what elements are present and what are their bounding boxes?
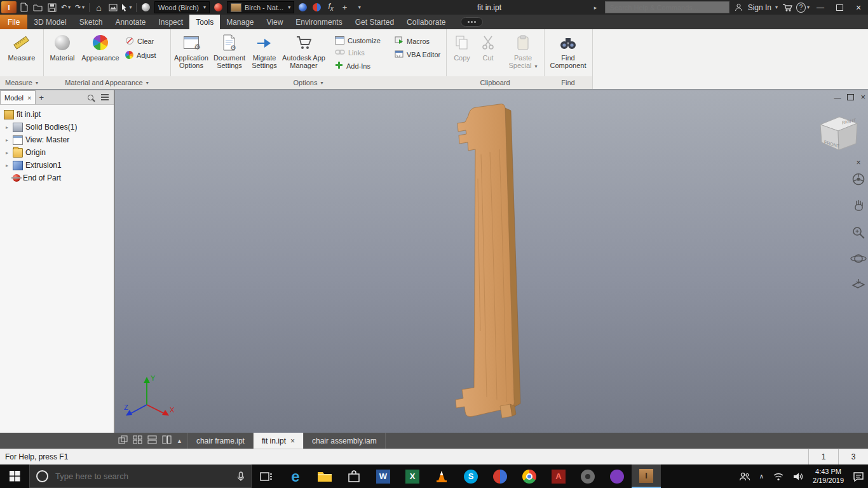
3d-viewport[interactable]: — × FRONT RIGHT xyxy=(115,90,868,433)
select-cursor-icon[interactable]: ▾ xyxy=(120,1,133,13)
microphone-icon[interactable] xyxy=(237,471,245,482)
tab-annotate[interactable]: Annotate xyxy=(109,15,152,29)
camera-app-icon[interactable] xyxy=(573,464,602,488)
adjust-button[interactable]: Adjust xyxy=(125,51,156,59)
panel-label-options[interactable]: Options▾ xyxy=(170,76,446,89)
search-expand-icon[interactable]: ▸ xyxy=(589,1,602,13)
doc-restore-icon[interactable] xyxy=(847,94,854,100)
zoom-icon[interactable] xyxy=(851,225,866,243)
cut-button[interactable]: Cut xyxy=(476,31,500,62)
chrome-icon[interactable] xyxy=(515,464,544,488)
file-explorer-icon[interactable] xyxy=(310,464,339,488)
tab-environments[interactable]: Environments xyxy=(289,15,348,29)
store-icon[interactable] xyxy=(339,464,369,488)
sign-in-button[interactable]: Sign In xyxy=(748,3,771,12)
expand-chevron-icon[interactable]: ▸ xyxy=(4,150,10,156)
expand-chevron-icon[interactable]: ▸ xyxy=(4,125,10,130)
tab-tools[interactable]: Tools xyxy=(189,15,220,29)
action-center-icon[interactable] xyxy=(853,471,864,482)
taskbar-clock[interactable]: 4:43 PM 2/19/2019 xyxy=(813,468,844,485)
customize-button[interactable]: Customize xyxy=(335,36,381,44)
network-wifi-icon[interactable] xyxy=(773,472,784,481)
tab-sketch[interactable]: Sketch xyxy=(73,15,109,29)
steering-wheel-icon[interactable] xyxy=(851,172,866,189)
tab-get-started[interactable]: Get Started xyxy=(349,15,400,29)
task-view-button[interactable] xyxy=(252,464,281,488)
tab-manage[interactable]: Manage xyxy=(220,15,260,29)
cascade-windows-icon[interactable] xyxy=(118,435,128,447)
tile-horizontal-icon[interactable] xyxy=(147,435,157,447)
look-at-icon[interactable] xyxy=(851,277,866,292)
panel-label-material-appearance[interactable]: Material and Appearance▾ xyxy=(43,76,170,89)
tree-item-solid-bodies[interactable]: ▸ Solid Bodies(1) xyxy=(0,121,114,133)
save-icon[interactable] xyxy=(45,1,58,13)
browser-menu-icon[interactable] xyxy=(101,97,109,98)
browser-search-icon[interactable] xyxy=(88,95,93,100)
appearance-button[interactable]: Appearance xyxy=(79,31,121,62)
doc-tab-chair-assembly[interactable]: chair assembly.iam xyxy=(304,433,386,449)
maximize-button[interactable] xyxy=(831,1,848,14)
tree-item-root[interactable]: fit in.ipt xyxy=(0,108,114,121)
app-manager-button[interactable]: Autodesk App Manager xyxy=(280,31,327,70)
vba-editor-button[interactable]: VBA Editor xyxy=(395,50,440,59)
browser-tab-model[interactable]: Model × xyxy=(0,90,36,104)
appearance-red-ball-icon[interactable] xyxy=(212,1,225,13)
new-file-icon[interactable] xyxy=(17,1,31,13)
doc-tab-chair-frame[interactable]: chair frame.ipt xyxy=(187,433,254,449)
home-icon[interactable]: ⌂ xyxy=(92,1,105,13)
add-ins-button[interactable]: Add-Ins xyxy=(335,61,381,71)
inventor-logo-icon[interactable]: I xyxy=(1,1,17,13)
tab-collaborate[interactable]: Collaborate xyxy=(400,15,452,29)
copy-button[interactable]: Copy xyxy=(448,31,476,62)
browser-add-tab-button[interactable]: + xyxy=(36,91,47,104)
doc-minimize-icon[interactable]: — xyxy=(834,93,841,101)
help-icon[interactable]: ?▾ xyxy=(796,1,810,13)
ribbon-overflow-button[interactable] xyxy=(461,17,483,27)
appearance-dropdown[interactable]: Birch - Nat...▾ xyxy=(227,1,294,13)
open-icon[interactable] xyxy=(31,1,44,13)
viewcube[interactable]: FRONT RIGHT xyxy=(811,108,865,159)
taskbar-search-input[interactable] xyxy=(54,471,231,482)
expand-chevron-icon[interactable]: ▸ xyxy=(4,163,10,168)
browser-tab-close-icon[interactable]: × xyxy=(27,94,31,102)
tab-3d-model[interactable]: 3D Model xyxy=(27,15,72,29)
tab-file[interactable]: File xyxy=(0,15,27,29)
material-dropdown[interactable]: Wood (Birch)▾ xyxy=(154,1,210,13)
color-override-ball-icon[interactable] xyxy=(310,1,323,13)
clear-button[interactable]: Clear xyxy=(125,36,156,46)
macros-button[interactable]: Macros xyxy=(395,36,440,46)
material-sphere-icon[interactable] xyxy=(139,1,153,13)
doc-tab-close-icon[interactable]: × xyxy=(290,437,295,445)
edge-icon[interactable]: e xyxy=(281,464,310,488)
minimize-button[interactable]: — xyxy=(812,1,829,14)
find-component-button[interactable]: Find Component xyxy=(547,31,589,70)
document-settings-button[interactable]: ⚙ Document Settings xyxy=(210,31,248,70)
panel-label-find[interactable]: Find xyxy=(544,76,592,89)
panel-label-clipboard[interactable]: Clipboard xyxy=(446,76,544,89)
parameters-fx-icon[interactable]: fx xyxy=(324,1,337,13)
help-search-box[interactable] xyxy=(605,1,729,13)
application-options-button[interactable]: ⚙ Application Options xyxy=(172,31,210,70)
qat-add-icon[interactable]: + xyxy=(338,1,351,13)
orbit-icon[interactable] xyxy=(850,252,867,268)
inventor-taskbar-icon[interactable]: I xyxy=(632,464,661,488)
adobe-reader-icon[interactable]: A xyxy=(544,464,573,488)
panel-label-measure[interactable]: Measure▾ xyxy=(0,76,43,89)
expand-dock-icon[interactable]: ▲ xyxy=(177,438,182,444)
excel-icon[interactable]: X xyxy=(398,464,427,488)
tree-item-origin[interactable]: ▸ Origin xyxy=(0,146,114,159)
help-search-input[interactable] xyxy=(609,3,726,12)
tile-vertical-icon[interactable] xyxy=(162,435,172,447)
wood-board-part[interactable] xyxy=(439,102,553,426)
tile-grid-icon[interactable] xyxy=(133,435,142,447)
qat-customize-caret-icon[interactable]: ▾ xyxy=(352,1,365,13)
redo-icon[interactable]: ↷▾ xyxy=(73,1,86,13)
start-button[interactable] xyxy=(0,464,29,488)
doc-tab-fit-in[interactable]: fit in.ipt × xyxy=(254,433,304,449)
pan-hand-icon[interactable] xyxy=(851,198,865,216)
navbar-close-icon[interactable]: × xyxy=(856,159,860,166)
sign-in-caret-icon[interactable]: ▾ xyxy=(775,4,778,10)
hidden-icons-chevron-icon[interactable]: ∧ xyxy=(759,473,764,480)
pinwheel-app-icon[interactable] xyxy=(485,464,515,488)
taskbar-search-box[interactable] xyxy=(29,464,252,488)
